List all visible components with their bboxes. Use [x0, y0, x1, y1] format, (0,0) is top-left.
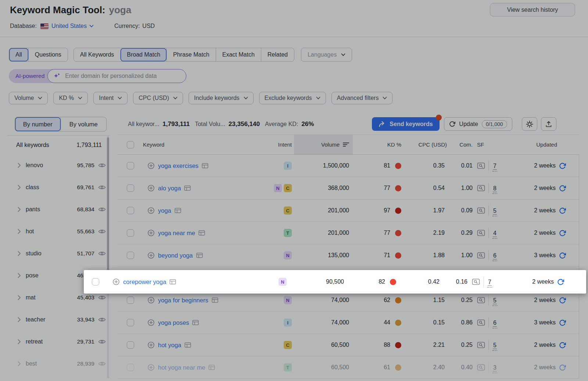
serp-preview-icon[interactable]	[175, 208, 181, 213]
toggle-by-number[interactable]: By number	[15, 117, 61, 131]
database-select[interactable]: United States	[51, 23, 94, 29]
serp-features-icon[interactable]	[477, 252, 485, 259]
settings-button[interactable]	[522, 117, 537, 131]
eye-icon[interactable]	[98, 206, 106, 212]
eye-icon[interactable]	[98, 317, 106, 323]
serp-preview-icon[interactable]	[184, 342, 191, 348]
sf-count[interactable]: 8	[492, 185, 497, 194]
column-header-com[interactable]: Com.	[448, 135, 475, 154]
keyword-link[interactable]: beyond yoga	[158, 252, 193, 259]
eye-icon[interactable]	[98, 162, 106, 168]
serp-features-icon[interactable]	[472, 278, 480, 285]
serp-features-icon[interactable]	[477, 184, 485, 192]
keyword-link[interactable]: hot yoga near me	[158, 364, 205, 371]
row-checkbox[interactable]	[127, 341, 134, 349]
sf-count[interactable]: 7	[492, 163, 497, 172]
row-checkbox[interactable]	[127, 162, 134, 169]
serp-features-icon[interactable]	[477, 296, 485, 304]
keyword-link[interactable]: hot yoga	[158, 342, 181, 349]
keyword-link[interactable]: corepower yoga	[123, 278, 166, 285]
tab-broad-match[interactable]: Broad Match	[120, 48, 166, 61]
serp-preview-icon[interactable]	[196, 252, 203, 258]
serp-features-icon[interactable]	[477, 162, 485, 169]
export-button[interactable]	[541, 117, 556, 131]
eye-icon[interactable]	[98, 184, 106, 190]
column-header-volume[interactable]: Volume	[294, 135, 353, 154]
keyword-link[interactable]: yoga	[158, 207, 171, 214]
eye-icon[interactable]	[98, 295, 106, 301]
sidebar-group-lenovo[interactable]: lenovo 95,785	[7, 154, 110, 176]
serp-preview-icon[interactable]	[212, 297, 218, 303]
table-row-yoga[interactable]: yoga C 201,000 97 1.97 0.09 5 2 weeks	[118, 200, 579, 222]
filter-advanced-filters[interactable]: Advanced filters	[331, 92, 393, 104]
table-row-alo-yoga[interactable]: alo yoga NC 368,000 77 0.54 1.00 8 2 wee…	[118, 177, 579, 200]
serp-preview-icon[interactable]	[208, 364, 215, 370]
table-row-yoga-near-me[interactable]: yoga near me T 201,000 77 2.19 0.29 4 2 …	[118, 222, 579, 244]
serp-features-icon[interactable]	[477, 319, 485, 326]
view-search-history-button[interactable]: View search history	[490, 3, 575, 17]
refresh-metrics-icon[interactable]	[559, 319, 566, 326]
serp-preview-icon[interactable]	[198, 230, 205, 236]
filter-exclude-keywords[interactable]: Exclude keywords	[259, 92, 326, 104]
tab-all[interactable]: All	[9, 48, 28, 61]
add-keyword-icon[interactable]	[112, 278, 120, 285]
row-checkbox[interactable]	[127, 319, 134, 326]
serp-features-icon[interactable]	[477, 207, 485, 214]
add-keyword-icon[interactable]	[147, 252, 155, 259]
update-button[interactable]: Update 0/1,000	[444, 117, 512, 131]
languages-dropdown[interactable]: Languages	[301, 48, 352, 62]
filter-cpc-usd[interactable]: CPC (USD)	[133, 92, 183, 104]
sf-count[interactable]: 5	[492, 297, 497, 306]
serp-preview-icon[interactable]	[169, 279, 176, 285]
keyword-link[interactable]: alo yoga	[158, 185, 181, 192]
row-checkbox[interactable]	[92, 278, 99, 285]
refresh-metrics-icon[interactable]	[557, 278, 564, 285]
eye-icon[interactable]	[98, 251, 106, 256]
filter-include-keywords[interactable]: Include keywords	[189, 92, 254, 104]
add-keyword-icon[interactable]	[147, 184, 155, 192]
table-row-beyond-yoga[interactable]: beyond yoga N 135,000 71 1.88 1.00 6 3 w…	[118, 244, 579, 267]
sidebar-group-hot[interactable]: hot 55,663	[7, 220, 110, 242]
refresh-metrics-icon[interactable]	[559, 252, 566, 259]
serp-preview-icon[interactable]	[184, 185, 191, 191]
tab-questions[interactable]: Questions	[28, 48, 68, 61]
keyword-link[interactable]: yoga poses	[158, 319, 189, 326]
sf-count[interactable]: 4	[492, 230, 497, 239]
sidebar-group-best[interactable]: best 28,939	[7, 353, 110, 375]
refresh-metrics-icon[interactable]	[559, 364, 566, 371]
add-keyword-icon[interactable]	[147, 229, 155, 237]
serp-features-icon[interactable]	[477, 364, 485, 371]
toggle-by-volume[interactable]: By volume	[61, 117, 107, 131]
refresh-metrics-icon[interactable]	[559, 207, 566, 214]
eye-icon[interactable]	[98, 361, 106, 367]
row-checkbox[interactable]	[127, 184, 134, 192]
table-row-yoga-exercises[interactable]: yoga exercises I 1,500,000 81 0.35 0.01 …	[118, 155, 579, 177]
keyword-link[interactable]: yoga for beginners	[158, 297, 208, 304]
eye-icon[interactable]	[98, 339, 106, 345]
table-row-yoga-poses[interactable]: yoga poses I 74,000 44 0.15 0.86 6 3 wee…	[118, 312, 579, 334]
sf-count[interactable]: 5	[492, 208, 497, 216]
filter-volume[interactable]: Volume	[9, 92, 48, 104]
refresh-metrics-icon[interactable]	[559, 230, 566, 237]
column-header-keyword[interactable]: Keyword	[143, 135, 265, 154]
column-header-intent[interactable]: Intent	[265, 135, 294, 154]
filter-kd[interactable]: KD %	[53, 92, 88, 104]
serp-preview-icon[interactable]	[192, 320, 199, 326]
sf-count[interactable]: 7	[487, 279, 492, 288]
add-keyword-icon[interactable]	[147, 364, 155, 371]
sf-count[interactable]: 5	[492, 342, 497, 351]
tab-phrase-match[interactable]: Phrase Match	[166, 48, 216, 61]
keyword-link[interactable]: yoga exercises	[158, 162, 198, 169]
tab-exact-match[interactable]: Exact Match	[216, 48, 261, 61]
refresh-metrics-icon[interactable]	[559, 297, 566, 304]
highlighted-row-corepower-yoga[interactable]: corepower yoga N 90,500 82 0.42 0.16 7 2…	[84, 270, 586, 294]
sidebar-group-pants[interactable]: pants 68,834	[7, 198, 110, 220]
sf-count[interactable]: 3	[492, 364, 497, 373]
serp-preview-icon[interactable]	[202, 163, 208, 169]
row-checkbox[interactable]	[127, 229, 134, 237]
sf-count[interactable]: 6	[492, 320, 497, 328]
sf-count[interactable]: 6	[492, 252, 497, 261]
domain-input[interactable]	[64, 72, 181, 80]
scrollbar-thumb[interactable]	[107, 137, 109, 290]
tab-all-keywords[interactable]: All Keywords	[74, 48, 120, 61]
